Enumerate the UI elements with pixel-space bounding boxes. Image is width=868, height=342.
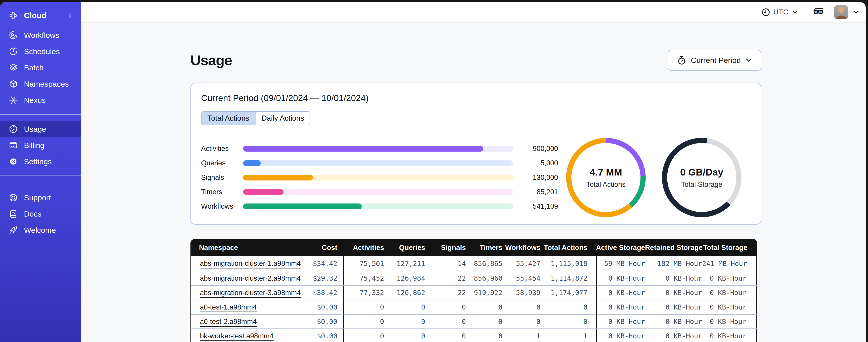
bar-label: Activities (201, 145, 243, 153)
sidebar-item-batch[interactable]: Batch (0, 60, 81, 76)
topbar: UTC (81, 2, 866, 23)
cell-active-storage: 0 KB-Hour (596, 271, 645, 285)
tab-total-actions[interactable]: Total Actions (202, 112, 255, 125)
bar-label: Signals (201, 173, 243, 181)
cell-timers: 910,922 (466, 285, 502, 300)
sidebar-item-label: Docs (24, 210, 41, 218)
sidebar-item-usage[interactable]: Usage (0, 121, 81, 137)
card-title: Current Period (09/01/2024 — 10/01/2024) (201, 93, 751, 103)
current-period-card: Current Period (09/01/2024 — 10/01/2024)… (190, 82, 762, 225)
sidebar-item-workflows[interactable]: Workflows (0, 27, 81, 43)
col-signals: Signals (425, 239, 466, 256)
sidebar-item-namespaces[interactable]: Namespaces (0, 76, 81, 92)
usage-bars: Activities 900,000 Queries 5,000 Signals (201, 146, 558, 209)
donut-value: 0 GB/Day (680, 167, 723, 178)
namespace-link[interactable]: bk-worker-test.a98mm4 (200, 332, 274, 340)
namespace-usage-table: Namespace Cost Activities Queries Signal… (190, 239, 762, 342)
sidebar-item-label: Welcome (24, 226, 56, 235)
bar-fill (243, 146, 483, 151)
namespace-link[interactable]: abs-migration-cluster-3.a98mm4 (200, 289, 301, 297)
donut-value: 4.7 MM (590, 167, 622, 178)
cell-cost: $0.00 (294, 329, 343, 342)
content-area: UTC Usage Current Period (81, 2, 866, 342)
timezone-selector[interactable]: UTC (762, 8, 798, 16)
table-row: abs-migration-cluster-2.a98mm4 $29.32 75… (190, 271, 757, 285)
bar-value: 541,109 (513, 202, 558, 210)
nexus-icon (8, 95, 18, 105)
usage-page: Usage Current Period Current Period (09/… (81, 23, 866, 342)
bar-track (243, 146, 513, 151)
cell-activities: 0 (343, 300, 384, 314)
sidebar-item-settings[interactable]: Settings (0, 153, 81, 170)
sidebar-item-welcome[interactable]: Welcome (0, 222, 81, 238)
cell-total-actions: 1 (540, 329, 596, 342)
cell-retained-storage: 182 MB-Hour (645, 256, 702, 271)
col-activities: Activities (343, 239, 384, 256)
namespace-link[interactable]: a0-test-1.a98mm4 (200, 303, 257, 311)
namespace-link[interactable]: abs-migration-cluster-2.a98mm4 (200, 274, 301, 282)
clock-icon (762, 8, 770, 16)
cell-signals: 22 (425, 271, 466, 285)
namespace-link[interactable]: abs-migration-cluster-1.a98mm4 (200, 260, 301, 267)
cell-total-storage: 0 KB-Hour (702, 329, 757, 342)
cell-signals: 0 (425, 300, 466, 314)
app-window: Cloud Workflows Schedules Batch Namespac… (0, 2, 866, 342)
user-avatar[interactable] (834, 5, 848, 19)
cell-total-storage: 0 KB-Hour (702, 314, 757, 329)
cell-workflows: 55,454 (502, 271, 540, 285)
account-menu-button[interactable] (852, 9, 860, 15)
cell-total-storage: 241 MB-Hour (702, 256, 757, 271)
bar-row-queries: Queries 5,000 (201, 160, 558, 166)
col-total-actions: Total Actions (540, 239, 596, 256)
sidebar-item-label: Batch (24, 63, 43, 72)
cell-signals: 0 (425, 314, 466, 329)
cell-queries: 126,862 (384, 285, 425, 300)
cell-queries: 0 (384, 329, 425, 342)
sidebar-item-label: Support (24, 193, 51, 202)
cell-queries: 127,211 (384, 256, 425, 271)
sidebar-item-billing[interactable]: Billing (0, 137, 81, 153)
temporal-logo-icon (8, 11, 18, 20)
table-header-row: Namespace Cost Activities Queries Signal… (190, 239, 757, 256)
cell-queries: 126,984 (384, 271, 425, 285)
cell-cost: $29.32 (294, 271, 343, 285)
bar-label: Workflows (201, 202, 243, 210)
cell-timers: 0 (466, 329, 502, 342)
cell-timers: 0 (466, 314, 502, 329)
support-lifebuoy-icon (8, 193, 18, 202)
bar-track (243, 175, 513, 180)
col-cost: Cost (294, 239, 343, 256)
chevron-down-icon (852, 9, 860, 15)
sidebar-item-docs[interactable]: Docs (0, 206, 81, 222)
total-storage-donut: 0 GB/Day Total Storage (662, 138, 742, 217)
sidebar-item-nexus[interactable]: Nexus (0, 92, 81, 108)
glasses-icon (812, 6, 824, 18)
col-active-storage: Active Storage (596, 239, 645, 256)
sidebar-item-support[interactable]: Support (0, 190, 81, 206)
col-namespace: Namespace (190, 239, 294, 256)
sidebar-collapse-button[interactable] (66, 11, 74, 20)
cell-workflows: 58,939 (502, 285, 540, 300)
bar-fill (243, 204, 362, 209)
cell-cost: $38.42 (294, 285, 343, 300)
period-dropdown-button[interactable]: Current Period (668, 49, 762, 71)
namespaces-icon (8, 79, 18, 89)
chevron-left-icon (66, 11, 74, 20)
chevron-down-icon (745, 57, 752, 64)
labs-glasses-button[interactable] (812, 6, 824, 18)
col-retained-storage: Retained Storage (645, 239, 702, 256)
col-total-storage: Total Storage (702, 239, 757, 256)
cell-workflows: 0 (502, 314, 540, 329)
bar-value: 85,201 (513, 188, 558, 196)
cell-active-storage: 0 KB-Hour (596, 314, 645, 329)
tab-daily-actions[interactable]: Daily Actions (255, 112, 310, 125)
cell-activities: 75,501 (343, 256, 384, 271)
cell-activities: 0 (343, 314, 384, 329)
table-row: abs-migration-cluster-3.a98mm4 $38.42 77… (190, 285, 757, 300)
donut-label: Total Storage (681, 180, 722, 189)
cell-active-storage: 0 KB-Hour (596, 285, 645, 300)
sidebar-item-schedules[interactable]: Schedules (0, 43, 81, 60)
namespace-link[interactable]: a0-test-2.a98mm4 (200, 318, 257, 326)
bar-fill (243, 175, 313, 180)
cell-timers: 856,865 (466, 256, 502, 271)
